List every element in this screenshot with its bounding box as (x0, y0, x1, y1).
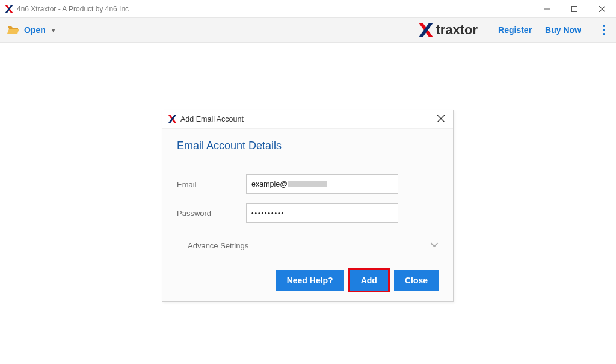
window-controls (533, 0, 616, 17)
password-input[interactable]: •••••••••• (246, 203, 398, 223)
close-window-button[interactable] (588, 0, 616, 17)
redacted-text (288, 181, 327, 187)
email-input[interactable]: example@ (246, 174, 398, 194)
email-label: Email (177, 180, 246, 189)
email-value-text: example@ (251, 180, 288, 188)
add-button[interactable]: Add (350, 270, 388, 291)
advance-settings-label: Advance Settings (188, 241, 248, 250)
folder-open-icon (7, 25, 19, 36)
title-bar: 4n6 Xtraxtor - A Product by 4n6 Inc (0, 0, 616, 17)
svg-rect-2 (544, 8, 550, 9)
product-logo: traxtor (417, 22, 478, 38)
password-label: Password (177, 209, 246, 218)
dialog-body: Email Account Details Email example@ Pas… (162, 128, 453, 301)
need-help-button[interactable]: Need Help? (276, 270, 344, 291)
dialog-separator (162, 161, 453, 161)
open-label: Open (24, 25, 46, 35)
dialog-close-button[interactable] (435, 112, 447, 126)
product-logo-text: traxtor (436, 22, 478, 38)
chevron-down-icon (430, 241, 439, 251)
dialog-title-text: Add Email Account (180, 115, 244, 123)
toolbar-right: traxtor Register Buy Now (417, 22, 610, 38)
minimize-button[interactable] (533, 0, 561, 17)
advance-settings-toggle[interactable]: Advance Settings (177, 232, 439, 259)
app-logo-icon (5, 5, 13, 13)
password-value-text: •••••••••• (251, 210, 285, 217)
buy-now-link[interactable]: Buy Now (545, 25, 581, 35)
password-row: Password •••••••••• (177, 203, 439, 223)
maximize-button[interactable] (561, 0, 588, 17)
toolbar: Open ▼ traxtor Register Buy Now (0, 17, 616, 43)
dialog-heading: Email Account Details (177, 140, 439, 152)
email-row: Email example@ (177, 174, 439, 194)
svg-rect-3 (572, 6, 578, 11)
add-email-account-dialog: Add Email Account Email Account Details … (162, 110, 454, 302)
dialog-logo-icon (168, 115, 176, 123)
window-title: 4n6 Xtraxtor - A Product by 4n6 Inc (17, 5, 129, 13)
dialog-titlebar: Add Email Account (162, 110, 453, 128)
caret-down-icon: ▼ (51, 27, 57, 34)
more-menu-button[interactable] (598, 25, 610, 35)
register-link[interactable]: Register (498, 25, 532, 35)
open-menu-button[interactable]: Open ▼ (7, 25, 57, 36)
dialog-button-row: Need Help? Add Close (177, 270, 439, 291)
close-button[interactable]: Close (394, 270, 439, 291)
